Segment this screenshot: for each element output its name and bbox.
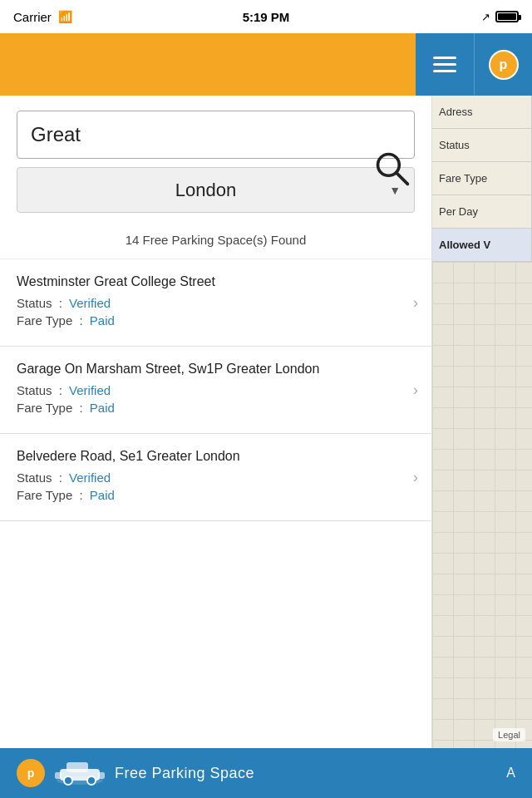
parking-list: Westminster Great College Street Status …	[0, 259, 431, 748]
parking-item-status-row: Status : Verified	[17, 383, 415, 397]
fare-value: Paid	[90, 401, 115, 415]
bottom-title: Free Parking Space	[115, 765, 496, 782]
map-col-status: Status	[432, 129, 532, 162]
parking-item-fare-row: Fare Type : Paid	[17, 401, 415, 415]
search-icon	[373, 150, 411, 188]
app-header: p	[0, 33, 532, 96]
svg-point-6	[87, 776, 96, 785]
fare-value: Paid	[90, 313, 115, 328]
car-icon	[55, 757, 105, 789]
svg-rect-7	[55, 772, 62, 779]
chevron-right-icon: ›	[413, 382, 418, 399]
bottom-action-button[interactable]: A	[506, 766, 515, 781]
parking-item-name: Westminster Great College Street	[17, 274, 415, 289]
hamburger-icon	[433, 57, 456, 72]
search-button[interactable]	[369, 145, 415, 191]
map-col-perday: Per Day	[432, 195, 532, 229]
svg-point-5	[64, 776, 72, 785]
parking-item-status-row: Status : Verified	[17, 470, 415, 485]
status-label: Status	[17, 470, 52, 485]
carrier-label: Carrier	[13, 10, 52, 24]
search-input[interactable]	[17, 111, 414, 158]
svg-rect-8	[98, 772, 105, 779]
fare-value: Paid	[90, 488, 115, 502]
svg-line-1	[396, 172, 407, 184]
status-value: Verified	[69, 383, 111, 397]
wifi-icon: 📶	[58, 10, 72, 23]
bottom-bar: p Free Parking Space A	[0, 748, 532, 798]
left-panel: London Manchester Birmingham Leeds ▼ 14 …	[0, 96, 432, 748]
profile-button[interactable]: p	[474, 33, 532, 96]
search-input-wrapper	[17, 111, 415, 159]
parking-item-fare-row: Fare Type : Paid	[17, 313, 415, 328]
search-area: London Manchester Birmingham Leeds ▼	[0, 96, 431, 221]
svg-rect-4	[66, 762, 88, 772]
profile-avatar: p	[489, 50, 519, 80]
legal-badge: Legal	[493, 728, 525, 741]
fare-label: Fare Type	[17, 313, 72, 328]
map-col-faretype: Fare Type	[432, 162, 532, 195]
city-select[interactable]: London Manchester Birmingham Leeds	[17, 168, 414, 212]
parking-item-name: Belvedere Road, Se1 Greater London	[17, 449, 415, 464]
status-bar-time: 5:19 PM	[243, 10, 290, 24]
parking-item-fare-row: Fare Type : Paid	[17, 488, 415, 502]
parking-item-status-row: Status : Verified	[17, 296, 415, 310]
map-col-address: Adress	[432, 96, 532, 129]
parking-item[interactable]: Garage On Marsham Street, Sw1P Greater L…	[0, 347, 431, 434]
status-label: Status	[17, 383, 52, 397]
chevron-right-icon: ›	[413, 469, 418, 486]
parking-item[interactable]: Westminster Great College Street Status …	[0, 259, 431, 347]
results-count: 14 Free Parking Space(s) Found	[0, 221, 431, 259]
bottom-logo: p	[17, 759, 45, 787]
city-select-wrapper: London Manchester Birmingham Leeds ▼	[17, 167, 415, 213]
map-col-allowed: Allowed V	[432, 229, 532, 262]
status-label: Status	[17, 296, 52, 310]
menu-button[interactable]	[416, 33, 474, 96]
status-bar: Carrier 📶 5:19 PM ↗	[0, 0, 532, 33]
parking-item[interactable]: Belvedere Road, Se1 Greater London Statu…	[0, 434, 431, 521]
chevron-right-icon: ›	[413, 294, 418, 312]
battery-icon	[495, 11, 519, 22]
fare-label: Fare Type	[17, 488, 72, 502]
status-bar-right: ↗	[481, 11, 519, 23]
status-bar-left: Carrier 📶	[13, 10, 72, 24]
status-value: Verified	[69, 470, 111, 485]
parking-item-name: Garage On Marsham Street, Sw1P Greater L…	[17, 362, 415, 377]
map-table: Adress Status Fare Type Per Day Allowed …	[432, 96, 532, 262]
main-content: London Manchester Birmingham Leeds ▼ 14 …	[0, 96, 532, 748]
status-value: Verified	[69, 296, 111, 310]
location-arrow-icon: ↗	[481, 11, 490, 23]
header-right: p	[416, 33, 532, 96]
right-panel: Adress Status Fare Type Per Day Allowed …	[432, 96, 532, 748]
fare-label: Fare Type	[17, 401, 72, 415]
